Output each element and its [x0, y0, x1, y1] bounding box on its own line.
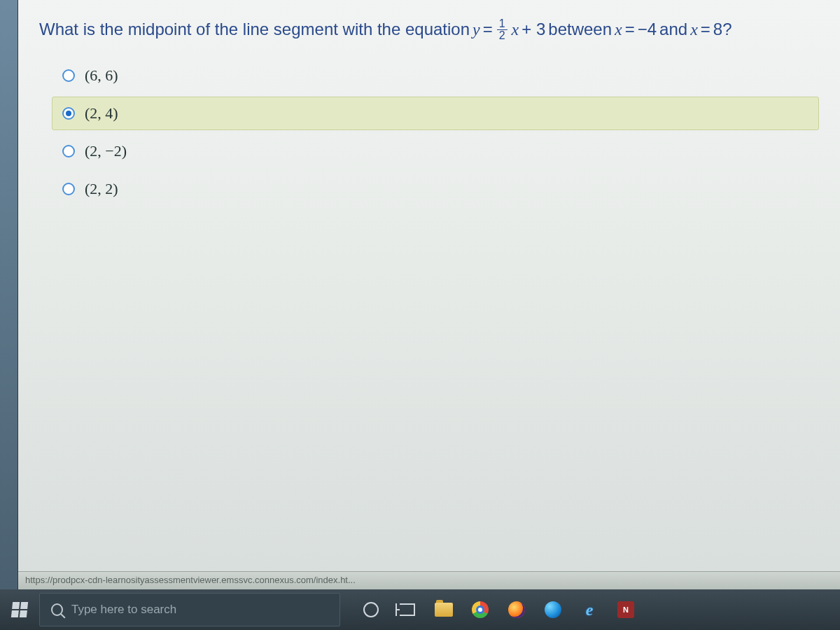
- question-panel: What is the midpoint of the line segment…: [18, 0, 840, 589]
- radio-icon: [62, 145, 75, 158]
- chrome-button[interactable]: [463, 593, 497, 626]
- app-button[interactable]: N: [609, 593, 643, 626]
- option-a-label: (6, 6): [85, 66, 118, 85]
- firefox-icon: [508, 601, 525, 618]
- browser-status-bar: https://prodpcx-cdn-learnosityassessment…: [18, 571, 840, 589]
- folder-icon: [435, 603, 453, 617]
- option-d[interactable]: (2, 2): [52, 172, 819, 206]
- taskbar-icons: e N: [354, 593, 643, 626]
- and-word: and: [659, 17, 687, 42]
- frac-numerator: 1: [497, 18, 507, 30]
- ie-button[interactable]: e: [573, 593, 606, 626]
- window-left-strip: [0, 0, 18, 589]
- fraction-one-half: 1 2: [497, 18, 507, 41]
- radio-icon: [62, 183, 75, 195]
- equals-3: =: [701, 17, 710, 42]
- option-b-label: (2, 4): [85, 104, 118, 122]
- search-icon: [51, 603, 63, 616]
- var-x-3: x: [690, 17, 698, 42]
- task-view-icon: [400, 603, 415, 616]
- var-x-2: x: [615, 17, 622, 42]
- task-view-button[interactable]: [391, 593, 424, 626]
- search-input[interactable]: [71, 603, 328, 617]
- equals-2: =: [625, 17, 635, 42]
- windows-taskbar: e N: [0, 589, 840, 630]
- option-b[interactable]: (2, 4): [52, 97, 819, 130]
- firefox-button[interactable]: [500, 593, 533, 626]
- var-y: y: [472, 17, 480, 42]
- eq-tail: + 3: [522, 17, 545, 42]
- option-c-label: (2, −2): [85, 142, 127, 160]
- file-explorer-button[interactable]: [427, 593, 461, 626]
- chrome-icon: [472, 601, 489, 618]
- app-icon: N: [617, 601, 634, 618]
- radio-icon: [62, 107, 75, 120]
- cortana-icon: [363, 602, 379, 617]
- option-d-label: (2, 2): [85, 180, 118, 198]
- answer-options: (6, 6) (2, 4) (2, −2) (2, 2): [52, 59, 819, 206]
- equals-1: =: [483, 17, 493, 42]
- question-prefix: What is the midpoint of the line segment…: [39, 17, 470, 42]
- status-url-text: https://prodpcx-cdn-learnosityassessment…: [25, 575, 356, 585]
- start-button[interactable]: [0, 589, 39, 630]
- var-x-1: x: [512, 17, 519, 42]
- edge-icon: [545, 601, 561, 618]
- edge-button[interactable]: [536, 593, 570, 626]
- option-c[interactable]: (2, −2): [52, 134, 819, 168]
- x2-value: 8?: [713, 17, 732, 42]
- x1-value: −4: [638, 17, 657, 42]
- windows-logo-icon: [11, 602, 28, 617]
- ie-icon: e: [586, 601, 594, 620]
- taskbar-search[interactable]: [39, 593, 340, 626]
- question-text: What is the midpoint of the line segment…: [39, 17, 819, 42]
- option-a[interactable]: (6, 6): [52, 59, 819, 92]
- cortana-button[interactable]: [354, 593, 388, 626]
- frac-denominator: 2: [497, 30, 507, 41]
- radio-icon: [62, 69, 75, 82]
- between-word: between: [548, 17, 612, 42]
